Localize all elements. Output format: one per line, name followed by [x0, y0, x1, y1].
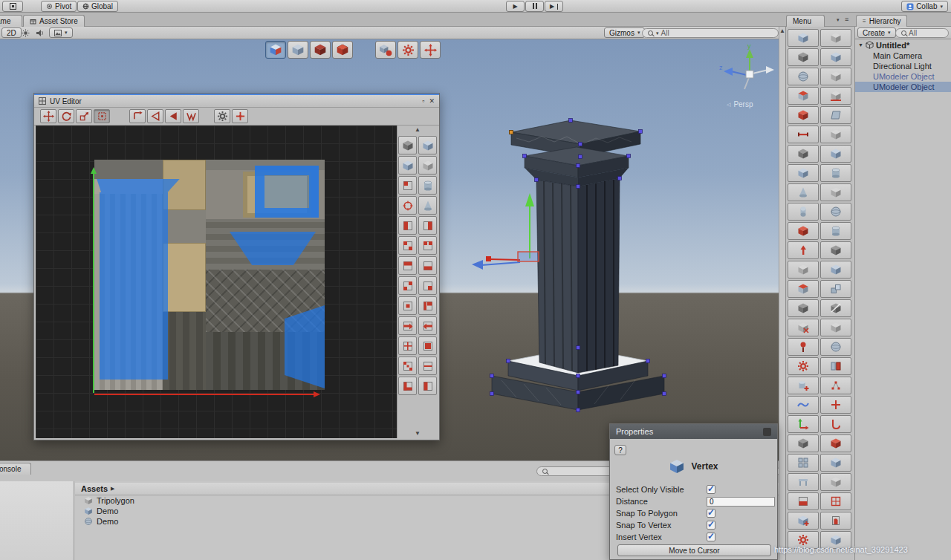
uv-uv-island-button[interactable]	[398, 296, 417, 315]
uv-island-select-button[interactable]	[183, 109, 199, 123]
dots-red-tool-button[interactable]	[820, 377, 851, 394]
audio-toggle-icon[interactable]	[36, 29, 45, 37]
line-red-tool-button[interactable]	[788, 126, 819, 143]
cube-x-tool-button[interactable]	[788, 319, 819, 336]
uv-cylinder-button[interactable]	[418, 176, 437, 195]
scene-search-input[interactable]: ▾ All	[642, 28, 779, 38]
cube-add-tool-button[interactable]	[788, 512, 819, 530]
capsule-tool-button[interactable]	[788, 203, 819, 221]
cube-dark-tool-button[interactable]	[788, 145, 819, 163]
tab-menu[interactable]: Menu	[786, 15, 825, 27]
cube-blue-tool-button[interactable]	[820, 261, 851, 279]
hierarchy-scene-row[interactable]: ▼ Untitled*	[855, 39, 951, 51]
uv-uv-cut-button[interactable]	[418, 356, 437, 375]
object-mode-button[interactable]	[265, 41, 286, 59]
help-button[interactable]: ?	[614, 445, 626, 455]
uv-uv-ar-button[interactable]	[398, 316, 417, 335]
scroll-down-icon[interactable]: ▼	[397, 429, 438, 438]
column-model[interactable]	[446, 111, 684, 438]
gear-red-tool-button[interactable]	[788, 531, 819, 549]
uv-add-button[interactable]	[232, 109, 248, 123]
properties-window[interactable]: Properties ? Vertex Select Only Visible✓…	[609, 423, 778, 560]
2d-toggle-button[interactable]: 2D	[1, 27, 22, 38]
minimize-icon[interactable]: ▫	[422, 97, 424, 105]
cylinder-tool-button[interactable]	[820, 164, 851, 182]
cube-slice-tool-button[interactable]	[820, 299, 851, 317]
cube-dark-tool-button[interactable]	[788, 299, 819, 317]
uv-uv-rot-button[interactable]	[418, 236, 437, 255]
cube-gray-tool-button[interactable]	[820, 29, 851, 47]
wave-tool-button[interactable]	[788, 396, 819, 414]
axis-green-tool-button[interactable]	[788, 415, 819, 433]
uv-cube-blue-button[interactable]	[418, 136, 437, 154]
scroll-up-icon[interactable]: ▲	[779, 27, 785, 36]
gear-red-tool-button[interactable]	[788, 357, 819, 375]
cube-blue-tool-button[interactable]	[820, 531, 851, 549]
hierarchy-search-input[interactable]: All	[895, 28, 949, 38]
uv-island-side[interactable]	[285, 305, 325, 388]
polygon-mode-button[interactable]	[332, 41, 353, 59]
cyl-add-tool-button[interactable]	[788, 377, 819, 394]
close-icon[interactable]: ✕	[429, 97, 435, 105]
cone-tool-button[interactable]	[788, 183, 819, 201]
uv-move-button[interactable]	[40, 109, 56, 123]
properties-titlebar[interactable]: Properties	[610, 424, 777, 439]
hierarchy-item[interactable]: Main Camera	[855, 51, 951, 61]
cube-blue-tool-button[interactable]	[820, 454, 851, 472]
effects-dropdown-button[interactable]: ▾	[49, 27, 73, 38]
cube-red-top-tool-button[interactable]	[788, 280, 819, 298]
grid-red-tool-button[interactable]	[820, 492, 851, 510]
hook-red-tool-button[interactable]	[820, 415, 851, 433]
cube-gray-tool-button[interactable]	[820, 183, 851, 201]
uv-uv-grid-button[interactable]	[398, 336, 417, 355]
lighting-toggle-icon[interactable]	[22, 29, 30, 37]
uv-uv-stack-button[interactable]	[418, 336, 437, 355]
panel-dropdown-icon[interactable]: ▾	[837, 17, 840, 23]
global-button[interactable]: Global	[77, 1, 118, 12]
tab-hierarchy[interactable]: ≡ Hierarchy	[856, 15, 907, 27]
hierarchy-item[interactable]: Directional Light	[855, 61, 951, 71]
cube-red-tool-button[interactable]	[788, 106, 819, 124]
uv-editor-window[interactable]: UV Editor ▫ ✕	[33, 93, 440, 440]
gizmos-dropdown-button[interactable]: Gizmos▾	[604, 27, 645, 38]
cube-blue-tool-button[interactable]	[820, 145, 851, 163]
vertex-mode-button[interactable]	[288, 41, 308, 59]
property-checkbox[interactable]: ✓	[707, 509, 715, 518]
move-to-cursor-button[interactable]: Move to Cursor	[617, 544, 771, 556]
cube-split-tool-button[interactable]	[820, 357, 851, 375]
tab-asset-store[interactable]: Asset Store	[23, 15, 85, 27]
uv-cube-dark-button[interactable]	[398, 136, 417, 154]
uv-uv-weld-button[interactable]	[398, 356, 417, 375]
cube-dark-tool-button[interactable]	[820, 241, 851, 259]
panel-menu-icon[interactable]: ≡	[845, 16, 848, 23]
uv-editor-titlebar[interactable]: UV Editor ▫ ✕	[34, 95, 439, 108]
uv-cube-gray-button[interactable]	[418, 156, 437, 175]
cube-dark-tool-button[interactable]	[788, 434, 819, 452]
uv-face-select-button[interactable]	[165, 109, 181, 123]
arrow-up-red-tool-button[interactable]	[788, 241, 819, 259]
sphere-tool-button[interactable]	[820, 338, 851, 356]
tab-console[interactable]: onsole	[0, 463, 31, 475]
close-icon[interactable]	[763, 428, 771, 436]
uv-cube-blue-button[interactable]	[398, 156, 417, 175]
cube-slant-tool-button[interactable]	[820, 106, 851, 124]
foldout-arrow-icon[interactable]: ▼	[858, 42, 863, 48]
play-button[interactable]: ▶	[506, 1, 525, 12]
table-tool-button[interactable]	[788, 473, 819, 491]
cubes-tool-button[interactable]	[820, 280, 851, 298]
scroll-up-icon[interactable]: ▲	[397, 126, 438, 134]
door-red-tool-button[interactable]	[820, 512, 851, 530]
uv-island-capital[interactable]	[95, 179, 181, 192]
property-checkbox[interactable]: ✓	[707, 533, 715, 541]
cube-red-tool-button[interactable]	[788, 222, 819, 240]
step-button[interactable]: ▶	[545, 1, 563, 12]
uv-settings-button[interactable]	[214, 109, 230, 123]
uv-uv-corner-button[interactable]	[398, 176, 417, 195]
uv-scale-button[interactable]	[76, 109, 92, 123]
cube-blue-tool-button[interactable]	[788, 29, 819, 47]
uv-rotate-button[interactable]	[58, 109, 74, 123]
cube-gray-tool-button[interactable]	[820, 68, 851, 85]
snap-tool-button[interactable]	[420, 41, 441, 59]
uv-uv-h-button[interactable]	[398, 256, 417, 275]
uv-island-frame[interactable]	[255, 166, 319, 218]
